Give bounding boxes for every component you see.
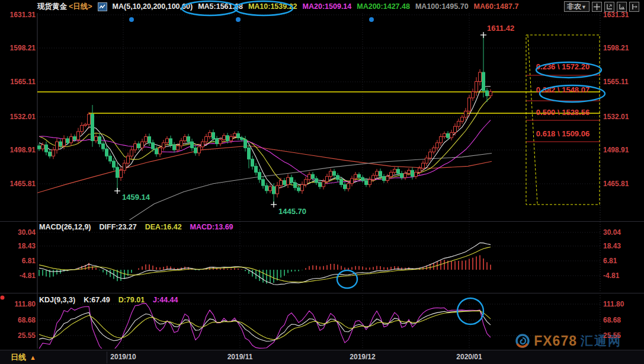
macd-header: MACD(26,12,9) DIFF:23.27 DEA:16.42 MACD:…: [39, 223, 233, 231]
candle-body: [141, 142, 144, 148]
candle-body: [251, 159, 254, 166]
pan-right-icon[interactable]: [629, 2, 639, 12]
candle-body: [120, 170, 123, 177]
candle-body: [237, 133, 240, 138]
candle-body: [180, 141, 183, 146]
kdj-title: KDJ(9,3,3): [39, 296, 75, 304]
candle-body: [88, 114, 91, 124]
macd-panel: [39, 243, 491, 285]
candle-body: [457, 122, 460, 127]
candle-body: [447, 133, 450, 138]
candle-body: [223, 136, 226, 140]
candle-body: [443, 133, 446, 136]
candle-body: [369, 180, 371, 185]
candle-body: [248, 148, 251, 159]
candle-body: [305, 180, 307, 185]
candle-body: [194, 148, 197, 153]
date-label-2020-01: 2020/01: [456, 353, 482, 361]
date-label-2019-11: 2019/11: [228, 353, 253, 361]
candle-body: [308, 174, 311, 180]
alert-dot-icon: [1, 296, 5, 300]
candle-body: [454, 126, 457, 132]
candle-body: [177, 146, 180, 150]
candle-body: [105, 149, 108, 156]
symbol-name[interactable]: 现货黄金: [37, 2, 67, 12]
ma20-value: MA20:1509.14: [303, 2, 352, 11]
fib-label-0.382: 0.382 \ 1548.07: [527, 85, 598, 94]
candle-body: [361, 177, 364, 180]
period-selector[interactable]: 日线▲: [11, 352, 36, 363]
candle-body: [432, 148, 435, 152]
ma5-value: MA5:1561.68: [198, 2, 243, 11]
kdj-k-line: [39, 311, 491, 341]
price-marker-label: 1611.42: [487, 24, 514, 33]
candle-body: [365, 181, 368, 185]
candle-body: [301, 184, 304, 190]
macd-macd-value: MACD:13.69: [190, 223, 233, 231]
candle-body: [63, 139, 66, 146]
candle-body: [198, 147, 201, 153]
candle-body: [329, 171, 332, 177]
candle-body: [283, 181, 286, 185]
candle-body: [351, 178, 354, 184]
preset-dropdown[interactable]: 非农▼: [564, 1, 589, 12]
candle-body: [241, 138, 243, 139]
candle-body: [415, 173, 418, 177]
candle-body: [269, 187, 272, 191]
candle-body: [244, 140, 247, 148]
ma10-line: [39, 97, 491, 186]
candle-body: [379, 171, 382, 177]
price-marker-label: 1459.14: [122, 193, 150, 202]
candle-body: [38, 146, 41, 149]
candle-body: [486, 91, 489, 96]
candle-body: [401, 174, 403, 178]
ma60-value: MA60:1487.7: [474, 2, 519, 11]
candle-body: [461, 117, 464, 122]
candle-body: [70, 137, 73, 143]
logo-text: FX678: [534, 333, 577, 349]
support-resistance-lines: [37, 92, 600, 113]
candle-body: [273, 187, 275, 194]
kdj-header: KDJ(9,3,3) K:67.49 D:79.01 J:44.44: [39, 296, 178, 304]
date-label-2019-12: 2019/12: [350, 353, 375, 361]
candle-body: [84, 124, 87, 126]
macd-dea-line: [39, 247, 491, 282]
candle-body: [152, 143, 155, 149]
candle-body: [464, 111, 467, 117]
ma100-value: MA100:1495.70: [415, 2, 469, 11]
candle-body: [386, 177, 389, 181]
candle-body: [52, 150, 55, 156]
candle-body: [258, 173, 261, 180]
candle-body: [276, 186, 279, 194]
candle-body: [169, 139, 172, 145]
candle-body: [219, 140, 222, 144]
candle-body: [127, 156, 130, 163]
candle-body: [262, 180, 265, 186]
axis-scale-icon[interactable]: [604, 2, 614, 12]
fib-label-0.618: 0.618 \ 1509.06: [527, 129, 598, 138]
candle-body: [233, 133, 236, 136]
candle-body: [113, 161, 116, 167]
fib-box: [526, 35, 600, 205]
candle-body: [280, 181, 283, 186]
ma200-value: MA200:1427.48: [357, 2, 410, 11]
candle-body: [319, 183, 322, 187]
chart-zoom-icon[interactable]: [617, 2, 627, 12]
date-label-2019-10: 2019/10: [110, 353, 136, 361]
period-tag[interactable]: <日线>: [69, 2, 92, 12]
candle-body: [429, 152, 432, 158]
ma-settings-label: MA(5,10,20,200,100,60): [113, 2, 193, 11]
candle-body: [372, 175, 375, 180]
kdj-d-line: [39, 311, 491, 339]
candle-body: [440, 137, 443, 143]
fx678-logo: FX678 汇通网: [515, 333, 621, 349]
candle-body: [347, 184, 350, 189]
crosshair-icon[interactable]: [592, 2, 602, 12]
candle-body: [226, 136, 229, 141]
candle-body: [95, 137, 98, 141]
candle-body: [354, 174, 357, 178]
candle-body: [81, 126, 84, 132]
kdj-panel: [39, 304, 491, 351]
candle-body: [411, 170, 414, 176]
ma100-line: [127, 154, 492, 222]
